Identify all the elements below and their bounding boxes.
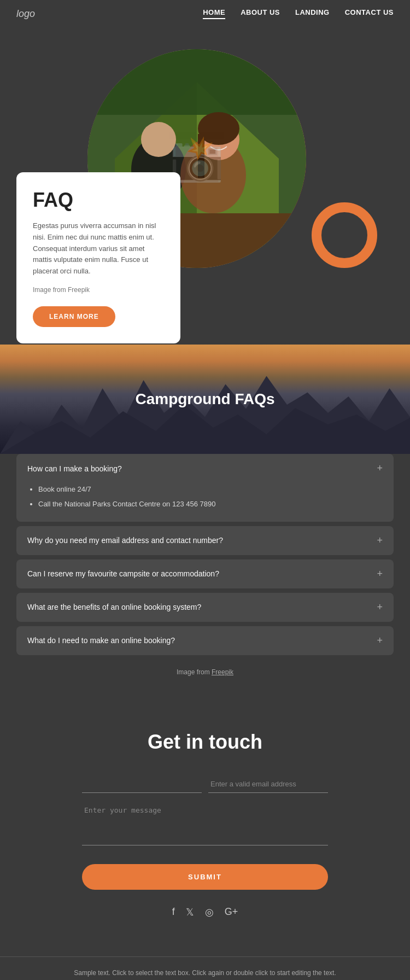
faq-image-credit: Image from Freepik: [16, 660, 394, 692]
faq-expand-icon-2: +: [377, 535, 383, 546]
email-input[interactable]: [208, 775, 328, 793]
faq-item-5: What do I need to make an online booking…: [16, 626, 394, 655]
form-row-name-email: [82, 775, 328, 793]
faq-item-4-header[interactable]: What are the benefits of an online booki…: [16, 593, 394, 622]
faq-card: FAQ Egestas purus viverra accumsan in ni…: [16, 172, 180, 343]
image-credit: Image from Freepik: [33, 285, 164, 295]
nav-links: HOME ABOUT US LANDING CONTACT US: [203, 8, 394, 19]
faq-section-title: Campground FAQs: [135, 390, 274, 408]
navigation: logo HOME ABOUT US LANDING CONTACT US: [0, 0, 410, 27]
faq-item-1-body: Book online 24/7 Call the National Parks…: [16, 483, 394, 522]
facebook-icon[interactable]: f: [172, 906, 175, 918]
footer: Sample text. Click to select the text bo…: [0, 956, 410, 980]
faq-question-1: How can I make a booking?: [27, 464, 122, 473]
submit-button[interactable]: SUBMIT: [82, 864, 328, 890]
orange-ring-decoration: [312, 202, 377, 268]
faq-answer-bullet-2: Call the National Parks Contact Centre o…: [38, 498, 383, 510]
faq-card-description: Egestas purus viverra accumsan in nisl n…: [33, 220, 164, 277]
instagram-icon[interactable]: ◎: [205, 906, 214, 918]
faq-answer-bullet-1: Book online 24/7: [38, 483, 383, 495]
learn-more-button[interactable]: LEARN MORE: [33, 306, 115, 327]
contact-section: Get in touch SUBMIT f 𝕏 ◎ G+: [0, 703, 410, 956]
hero-section: FAQ Egestas purus viverra accumsan in ni…: [0, 27, 410, 345]
mountain-background: Campground FAQs: [0, 345, 410, 454]
faq-item-3: Can I reserve my favourite campsite or a…: [16, 559, 394, 588]
nav-contact[interactable]: CONTACT US: [345, 8, 394, 19]
faq-item-4: What are the benefits of an online booki…: [16, 593, 394, 622]
contact-title: Get in touch: [16, 731, 394, 754]
svg-rect-4: [87, 49, 306, 115]
nav-landing[interactable]: LANDING: [295, 8, 330, 19]
faq-question-2: Why do you need my email address and con…: [27, 536, 223, 545]
svg-rect-10: [198, 134, 204, 178]
faq-accordion: How can I make a booking? + Book online …: [0, 454, 410, 703]
freepik-link[interactable]: Freepik: [212, 668, 233, 676]
faq-card-title: FAQ: [33, 189, 164, 212]
svg-point-9: [198, 112, 239, 145]
faq-expand-icon-5: +: [377, 635, 383, 646]
footer-text: Sample text. Click to select the text bo…: [11, 968, 399, 978]
social-icons: f 𝕏 ◎ G+: [16, 906, 394, 918]
faq-question-5: What do I need to make an online booking…: [27, 636, 175, 645]
faq-item-5-header[interactable]: What do I need to make an online booking…: [16, 626, 394, 655]
nav-home[interactable]: HOME: [203, 8, 225, 19]
faq-question-3: Can I reserve my favourite campsite or a…: [27, 569, 219, 578]
faq-item-2-header[interactable]: Why do you need my email address and con…: [16, 526, 394, 555]
twitter-icon[interactable]: 𝕏: [186, 906, 194, 918]
faq-item-1: How can I make a booking? + Book online …: [16, 454, 394, 522]
svg-point-6: [141, 122, 176, 157]
faq-expand-icon-3: +: [377, 568, 383, 580]
googleplus-icon[interactable]: G+: [225, 906, 238, 918]
faq-item-2: Why do you need my email address and con…: [16, 526, 394, 555]
logo: logo: [16, 8, 35, 20]
faq-expand-icon-1: +: [377, 463, 383, 474]
name-input[interactable]: [82, 775, 202, 793]
message-textarea[interactable]: [82, 802, 328, 845]
faq-expand-icon-4: +: [377, 602, 383, 613]
faq-question-4: What are the benefits of an online booki…: [27, 603, 201, 611]
faq-item-1-header[interactable]: How can I make a booking? +: [16, 454, 394, 483]
nav-about[interactable]: ABOUT US: [241, 8, 280, 19]
faq-item-3-header[interactable]: Can I reserve my favourite campsite or a…: [16, 559, 394, 588]
faq-mountain-section: Campground FAQs How can I make a booking…: [0, 345, 410, 703]
contact-form: SUBMIT: [82, 775, 328, 906]
